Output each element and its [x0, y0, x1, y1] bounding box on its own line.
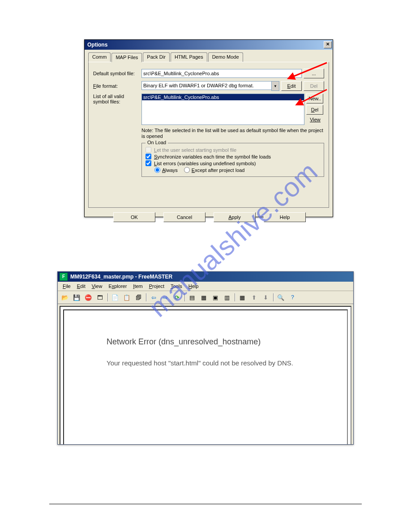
- tab-comm[interactable]: Comm: [88, 52, 111, 62]
- copy-icon[interactable]: 📄: [110, 292, 120, 303]
- menu-file[interactable]: File: [60, 283, 74, 290]
- file-format-value: Binary ELF with DWARF1 or DWARF2 dbg for…: [141, 81, 271, 90]
- dialog-title: Options: [87, 42, 107, 48]
- menu-edit[interactable]: Edit: [74, 283, 89, 290]
- app-icon: F: [60, 273, 68, 281]
- tab-html-pages[interactable]: HTML Pages: [171, 52, 207, 62]
- view-button[interactable]: View: [306, 116, 324, 123]
- help-icon[interactable]: ？: [287, 292, 298, 303]
- except-radio[interactable]: Except after project load: [184, 167, 245, 173]
- duplicate-icon[interactable]: 🗐: [133, 292, 144, 303]
- window-title: MM912F634_master.pmp - FreeMASTER: [70, 274, 172, 280]
- let-user-checkbox-row: Let the user select starting symbol file: [146, 147, 320, 153]
- file-format-label: File format:: [93, 83, 141, 89]
- del-top-button[interactable]: Del: [304, 81, 324, 91]
- cancel-button[interactable]: Cancel: [163, 212, 206, 222]
- symbol-files-listbox[interactable]: src\P&E_Multilink_CyclonePro.abs: [141, 94, 304, 125]
- stop-icon[interactable]: ⛔: [83, 292, 94, 303]
- panel3-icon[interactable]: ▣: [210, 292, 221, 303]
- sync-checkbox-row[interactable]: Synchronize variables each time the symb…: [146, 154, 320, 159]
- toolbar: 📂 💾 ⛔ 🗔 📄 📋 🗐 ⇦ ⇨ ⟳ ▤ ▦ ▣ ▥ ▦ ⬆ ⬇ 🔍 ？: [58, 291, 353, 304]
- on-load-legend: On Load: [146, 140, 168, 145]
- dialog-buttons: OK Cancel Apply Help: [85, 211, 333, 225]
- tab-map-files[interactable]: MAP Files: [111, 53, 142, 62]
- list-item[interactable]: src\P&E_Multilink_CyclonePro.abs: [142, 94, 304, 100]
- freemaster-window: F MM912F634_master.pmp - FreeMASTER File…: [57, 271, 354, 445]
- browse-button[interactable]: ...: [304, 69, 324, 78]
- default-symbol-input[interactable]: src\P&E_Multilink_CyclonePro.abs: [141, 69, 302, 78]
- menu-item[interactable]: Item: [130, 283, 146, 290]
- content-area: Network Error (dns_unresolved_hostname) …: [60, 306, 351, 445]
- error-body: Your requested host "start.html" could n…: [107, 359, 338, 367]
- browser-pane: Network Error (dns_unresolved_hostname) …: [63, 309, 348, 445]
- chevron-down-icon[interactable]: ▼: [271, 81, 279, 91]
- sync-checkbox[interactable]: [146, 154, 151, 159]
- edit-button[interactable]: Edit: [281, 81, 302, 91]
- open-icon[interactable]: 📂: [60, 292, 70, 303]
- search-icon[interactable]: 🔍: [275, 292, 286, 303]
- save-icon[interactable]: 💾: [71, 292, 82, 303]
- default-symbol-label: Default symbol file:: [93, 71, 141, 76]
- list-label: List of all valid symbol files:: [93, 94, 141, 104]
- paste-icon[interactable]: 📋: [121, 292, 132, 303]
- ok-button[interactable]: OK: [113, 212, 155, 222]
- grid-icon[interactable]: ▦: [237, 292, 248, 303]
- dialog-titlebar: Options ✕: [85, 40, 333, 50]
- new-button[interactable]: New..: [306, 94, 323, 103]
- down-icon[interactable]: ⬇: [260, 292, 271, 303]
- tab-pack-dir[interactable]: Pack Dir: [143, 52, 170, 62]
- panel4-icon[interactable]: ▥: [222, 292, 232, 303]
- menu-explorer[interactable]: Explorer: [105, 283, 130, 290]
- properties-icon[interactable]: 🗔: [94, 292, 105, 303]
- tab-demo-mode[interactable]: Demo Mode: [208, 52, 243, 62]
- let-user-checkbox: [146, 147, 151, 153]
- note-text: Note: The file selected in the list will…: [141, 128, 324, 139]
- always-radio[interactable]: Always: [154, 167, 178, 173]
- panel2-icon[interactable]: ▦: [198, 292, 209, 303]
- del-button[interactable]: Del: [306, 105, 323, 115]
- close-icon[interactable]: ✕: [324, 41, 332, 48]
- list-errors-checkbox[interactable]: [146, 160, 151, 166]
- file-format-combo[interactable]: Binary ELF with DWARF1 or DWARF2 dbg for…: [141, 81, 279, 91]
- tab-strip: Comm MAP Files Pack Dir HTML Pages Demo …: [88, 52, 329, 62]
- error-heading: Network Error (dns_unresolved_hostname): [107, 337, 338, 347]
- menu-view[interactable]: View: [89, 283, 106, 290]
- up-icon[interactable]: ⬆: [248, 292, 259, 303]
- footer-rule: [49, 504, 362, 504]
